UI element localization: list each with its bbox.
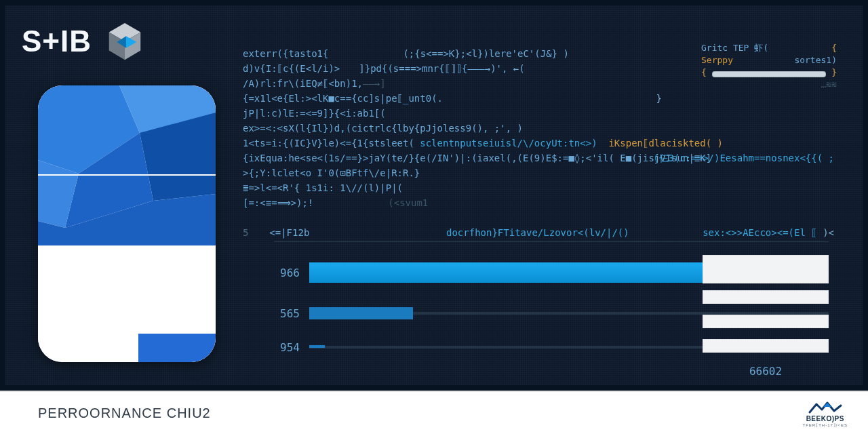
code-5a: ex>=<:<sX(l{Il})d,(cictrlc{lby{pJjoless9…	[243, 123, 523, 134]
legend-box-2	[703, 315, 829, 328]
code-0a: exterr({tasto1{	[243, 48, 328, 59]
legend-caption: 66602	[703, 365, 829, 378]
svg-rect-14	[138, 334, 216, 362]
code-1b: ]}pd{(s===>mnr{⟦⟧⟧{———→)', ←(	[359, 63, 524, 74]
app-preview-card	[38, 85, 216, 362]
section-divider	[274, 241, 829, 242]
brand-text: S+IB	[22, 24, 92, 58]
performance-chart: 966 565 954	[270, 255, 829, 365]
code-4a: jP|l:c)lE:=<=9]}{<i:ab1[(	[243, 108, 386, 119]
code-6a: 1<ts=i:{(IC}V}le)<={1{stsleet(	[243, 138, 414, 149]
code-2a: /A)rl:fr\(iEQ≠⟦<bn)1,	[243, 78, 363, 89]
code-9a: ≣=>l<=<R'{ 1s1i: 1\//(l)|P|(	[243, 182, 403, 193]
code-8a: >{;Y:lclet<o I'0(⊡BFtf\/e|R:R.}	[243, 167, 420, 178]
chart-label-1: 565	[270, 307, 300, 320]
cube-icon	[104, 20, 146, 62]
code-10a: [=:<≡=⟹>);!	[243, 197, 313, 208]
code-editor[interactable]: exterr({tasto1{(;{s<==>K};<l})lere'eC'(J…	[243, 46, 838, 240]
chart-legend: 66602	[703, 255, 829, 378]
footer-logo: BEEKO)PS TFER⟦TH-17⟧/<ES	[802, 399, 848, 427]
code-12a: <=|F12b	[269, 227, 309, 238]
legend-box-1	[703, 290, 829, 304]
gutter-12: 5	[243, 227, 248, 238]
code-7r: (仨3(⁠c:==>/)Eesahm==nosnex<{{( ;	[653, 151, 834, 165]
code-6r2: iKspen⟦dlaciskted( )	[608, 138, 723, 149]
chart-bar-2	[309, 345, 325, 348]
main-panel: S+IB	[0, 0, 868, 391]
brand: S+IB	[22, 20, 146, 62]
code-10b: (<svum1	[388, 197, 428, 208]
footer-logo-icon	[807, 399, 844, 415]
legend-box-3	[703, 339, 829, 353]
footer: PERROORNANCE CHIU2 BEEKO)PS TFER⟦TH-17⟧/…	[0, 391, 868, 434]
chart-label-0: 966	[270, 267, 300, 279]
footer-title: PERROORNANCE CHIU2	[38, 406, 211, 421]
code-2b: ——→]	[363, 78, 386, 89]
chart-label-2: 954	[270, 341, 300, 354]
code-12r2: )<	[823, 227, 834, 238]
code-3a: {=x1l<e{El:><lK■c=={cc]s|pe⟦_unt0(.	[243, 93, 443, 104]
code-12r1: sex:<>>AEcco><=(El ⟦	[703, 227, 817, 238]
chart-bar-1	[309, 307, 413, 319]
legend-box-0	[703, 255, 829, 283]
code-1a: d)v{I:⟦c{(E<l/i)>	[243, 63, 340, 74]
code-12m: docrfhon}FTitave/Lzovor<(lv/|/()	[446, 225, 629, 240]
code-7a: {ixEqua:he<se<(1s/==}>jaY(te/}{e(/IN')|:…	[243, 153, 711, 163]
code-6r1: sclentnputseiuisl/\/ocyUt:tn<>)	[420, 138, 597, 149]
footer-logo-sub: TFER⟦TH-17⟧/<ES	[802, 422, 848, 427]
app-root: S+IB	[0, 0, 868, 434]
code-3b: }	[656, 91, 662, 106]
code-0b: (;{s<==>K};<l})lere'eC'(J&} )	[403, 48, 568, 59]
footer-logo-text: BEEKO)PS	[806, 415, 844, 422]
